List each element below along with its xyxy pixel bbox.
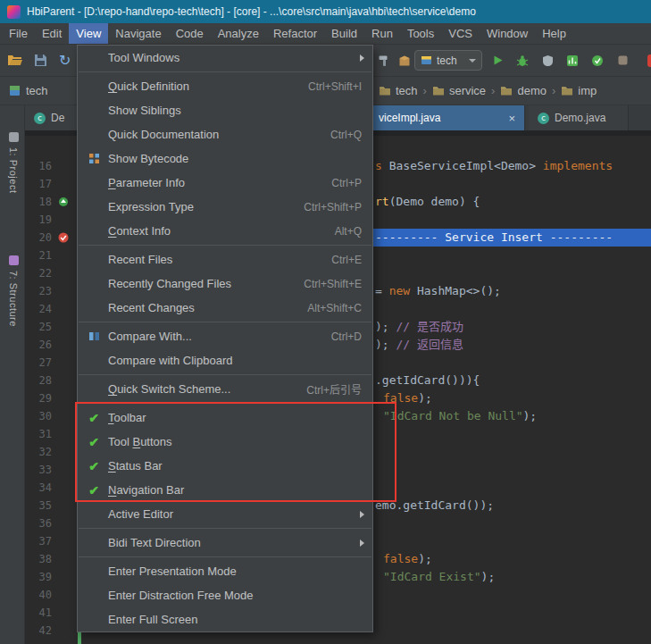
code-line: false); bbox=[383, 550, 432, 568]
breadcrumb-demo[interactable]: demo bbox=[500, 84, 547, 97]
tab-viceimpl-java[interactable]: viceImpl.java× bbox=[357, 105, 525, 130]
menu-item-tool-buttons[interactable]: ✔Tool Buttons bbox=[78, 430, 372, 454]
menu-item-label: Quick Switch Scheme... bbox=[108, 382, 230, 396]
code-token: emo.getIdCard()); bbox=[375, 498, 494, 512]
line-number: 41 bbox=[25, 604, 52, 622]
profiler-icon[interactable] bbox=[563, 52, 581, 70]
menu-item-label: Enter Distraction Free Mode bbox=[108, 589, 254, 602]
stop-icon[interactable] bbox=[613, 52, 631, 70]
run-icon[interactable] bbox=[488, 52, 506, 70]
menubar-item-navigate[interactable]: Navigate bbox=[108, 23, 168, 44]
menubar-item-refactor[interactable]: Refactor bbox=[266, 23, 324, 44]
menubar-item-file[interactable]: File bbox=[2, 23, 35, 44]
debug-icon[interactable] bbox=[513, 52, 531, 70]
menubar-item-run[interactable]: Run bbox=[364, 23, 400, 44]
menu-item-compare-with-clipboard[interactable]: Compare with Clipboard bbox=[78, 348, 372, 372]
navbar-module-label: tech bbox=[26, 84, 48, 97]
breadcrumb-module[interactable]: tech bbox=[9, 77, 48, 105]
breadcrumb-service[interactable]: service bbox=[432, 84, 486, 97]
line-number: 34 bbox=[25, 479, 52, 497]
line-number: 27 bbox=[25, 354, 52, 372]
submenu-arrow-icon bbox=[360, 539, 364, 547]
run-config-label: tech bbox=[437, 54, 457, 67]
override-icon[interactable] bbox=[57, 193, 70, 211]
coverage-icon[interactable] bbox=[538, 52, 556, 70]
menubar-item-help[interactable]: Help bbox=[535, 23, 573, 44]
menu-item-recent-changes[interactable]: Recent ChangesAlt+Shift+C bbox=[78, 296, 372, 320]
menubar-item-code[interactable]: Code bbox=[169, 23, 211, 44]
close-tab-icon[interactable]: × bbox=[508, 112, 515, 125]
tab-demo-java[interactable]: cDemo.java bbox=[529, 105, 629, 130]
menu-item-bidi-text-direction[interactable]: Bidi Text Direction bbox=[78, 531, 372, 555]
breadcrumb-tech[interactable]: tech bbox=[379, 84, 418, 97]
title-bar[interactable]: HbiParent - [D:\repo-hand\repo-tech\tech… bbox=[0, 0, 651, 23]
clipped-icon[interactable] bbox=[642, 52, 651, 70]
menu-item-toolbar[interactable]: ✔Toolbar bbox=[78, 406, 372, 430]
menubar-item-tools[interactable]: Tools bbox=[400, 23, 441, 44]
menu-shortcut: Ctrl+P bbox=[313, 177, 362, 189]
menu-shortcut: Alt+Shift+C bbox=[289, 302, 362, 314]
menu-item-context-info[interactable]: Context InfoAlt+Q bbox=[78, 219, 372, 243]
package-icon[interactable] bbox=[396, 52, 413, 70]
breadcrumb-imp[interactable]: imp bbox=[561, 84, 597, 97]
save-all-icon[interactable] bbox=[34, 54, 47, 67]
breadcrumb: tech›service›demo›imp bbox=[379, 77, 597, 105]
open-project-icon[interactable] bbox=[7, 54, 22, 67]
code-token: .getIdCard())){ bbox=[375, 373, 480, 387]
menu-item-show-bytecode[interactable]: Show Bytecode bbox=[78, 146, 372, 171]
menu-shortcut: Ctrl+Shift+P bbox=[286, 201, 362, 213]
menu-item-quick-switch-scheme[interactable]: Quick Switch Scheme...Ctrl+后引号 bbox=[78, 377, 372, 401]
menu-bar: FileEditViewNavigateCodeAnalyzeRefactorB… bbox=[0, 23, 651, 45]
menu-item-compare-with[interactable]: Compare With...Ctrl+D bbox=[78, 324, 372, 348]
menu-item-recently-changed-files[interactable]: Recently Changed FilesCtrl+Shift+E bbox=[78, 272, 372, 296]
menu-item-tool-windows[interactable]: Tool Windows bbox=[78, 46, 372, 70]
menubar-item-edit[interactable]: Edit bbox=[35, 23, 69, 44]
menubar-item-vcs[interactable]: VCS bbox=[441, 23, 480, 44]
menu-item-active-editor[interactable]: Active Editor bbox=[78, 502, 372, 526]
menu-item-show-siblings[interactable]: Show Siblings bbox=[78, 98, 372, 122]
submenu-arrow-icon bbox=[360, 54, 364, 62]
tab-label: viceImpl.java bbox=[379, 112, 440, 124]
tool-window-button-1-project[interactable]: 1: Project bbox=[0, 132, 25, 193]
tool-window-button-7-structure[interactable]: 7: Structure bbox=[0, 255, 25, 327]
menu-item-enter-presentation-mode[interactable]: Enter Presentation Mode bbox=[78, 559, 372, 583]
module-icon bbox=[9, 85, 21, 96]
code-token: rt bbox=[375, 195, 389, 208]
menu-item-parameter-info[interactable]: Parameter InfoCtrl+P bbox=[78, 171, 372, 195]
bookmark-icon[interactable] bbox=[57, 229, 70, 247]
run-config-icon bbox=[421, 54, 432, 66]
menu-item-navigation-bar[interactable]: ✔Navigation Bar bbox=[78, 478, 372, 502]
breadcrumb-label: imp bbox=[578, 84, 597, 97]
menubar-item-analyze[interactable]: Analyze bbox=[211, 23, 266, 44]
menubar-item-window[interactable]: Window bbox=[480, 23, 535, 44]
menu-item-quick-definition[interactable]: Quick DefinitionCtrl+Shift+I bbox=[78, 74, 372, 98]
checkmark-icon: ✔ bbox=[84, 435, 104, 449]
code-token: BaseServiceImpl<Demo> bbox=[389, 159, 543, 172]
breadcrumb-label: service bbox=[449, 84, 486, 97]
menu-item-recent-files[interactable]: Recent FilesCtrl+E bbox=[78, 247, 372, 272]
breadcrumb-separator-icon: › bbox=[423, 84, 427, 97]
sync-icon[interactable]: ↻ bbox=[59, 54, 71, 68]
hammer-icon[interactable] bbox=[375, 52, 393, 70]
line-number: 16 bbox=[25, 157, 52, 175]
breadcrumb-separator-icon: › bbox=[552, 84, 555, 97]
menu-item-label: Quick Definition bbox=[108, 79, 189, 93]
menu-item-label: Show Siblings bbox=[108, 104, 181, 117]
menu-item-status-bar[interactable]: ✔Status Bar bbox=[78, 454, 372, 478]
menubar-item-view[interactable]: View bbox=[69, 23, 108, 44]
menu-item-expression-type[interactable]: Expression TypeCtrl+Shift+P bbox=[78, 195, 372, 219]
run-config-selector[interactable]: tech bbox=[414, 50, 482, 71]
line-number: 38 bbox=[25, 550, 52, 568]
menu-item-enter-full-screen[interactable]: Enter Full Screen bbox=[78, 607, 372, 631]
menu-shortcut: Ctrl+D bbox=[313, 330, 362, 343]
line-number: 35 bbox=[25, 497, 52, 514]
menu-item-enter-distraction-free-mode[interactable]: Enter Distraction Free Mode bbox=[78, 583, 372, 607]
tool-window-label: 7: Structure bbox=[8, 271, 19, 327]
rerun-icon[interactable] bbox=[588, 52, 606, 70]
code-token: ); bbox=[418, 552, 432, 565]
class-icon: c bbox=[34, 113, 46, 124]
menu-item-label: Toolbar bbox=[108, 411, 146, 424]
menubar-item-build[interactable]: Build bbox=[324, 23, 364, 44]
structure-icon bbox=[9, 255, 19, 271]
menu-item-quick-documentation[interactable]: Quick DocumentationCtrl+Q bbox=[78, 122, 372, 146]
